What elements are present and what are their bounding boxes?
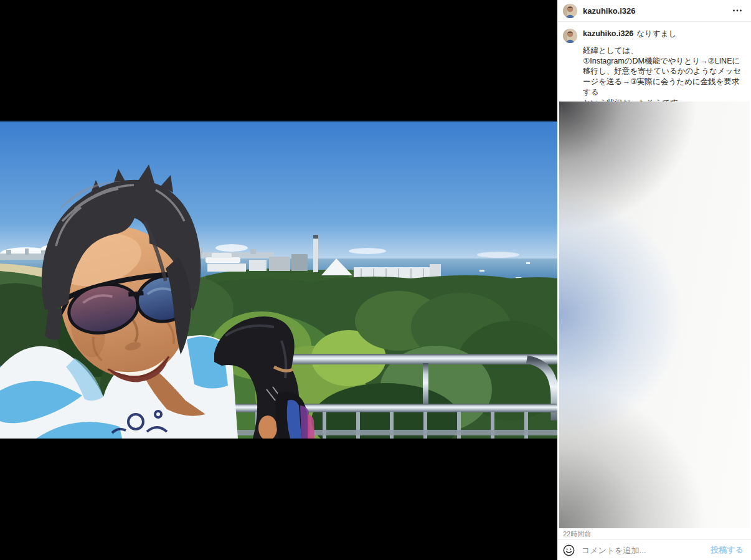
post-header: kazuhiko.i326 <box>557 0 751 22</box>
attached-gradient-image <box>559 102 750 528</box>
comment-composer: 投稿する <box>557 539 751 560</box>
attachment-timestamp: 22時間前 <box>563 529 591 539</box>
post-photo <box>0 121 557 439</box>
comment-input[interactable] <box>580 545 711 556</box>
post-comment-button[interactable]: 投稿する <box>711 544 744 556</box>
caption-line: ①InstagramのDM機能でやりとり→②LINEに移行し、好意を寄せているか… <box>583 56 745 98</box>
more-options-icon <box>732 9 742 12</box>
commenter-username[interactable]: kazuhiko.i326 <box>583 29 633 38</box>
emoji-button[interactable] <box>563 544 575 556</box>
caption-line: 経緯としては、 <box>583 45 745 56</box>
comments-panel: kazuhiko.i326 kazuhiko.i326なりすまし 経緯としては、… <box>557 0 751 560</box>
smiley-face-icon <box>563 544 575 556</box>
commenter-avatar[interactable] <box>563 29 577 43</box>
caption-intro: なりすまし <box>636 29 676 38</box>
author-avatar[interactable] <box>563 4 577 18</box>
caption-first-line: kazuhiko.i326なりすまし <box>583 29 745 39</box>
more-options-button[interactable] <box>731 7 744 14</box>
caption-paragraph: 経緯としては、 ①InstagramのDM機能でやりとり→②LINEに移行し、好… <box>583 45 745 108</box>
post-photo-pane <box>0 0 557 560</box>
author-username[interactable]: kazuhiko.i326 <box>583 7 636 15</box>
